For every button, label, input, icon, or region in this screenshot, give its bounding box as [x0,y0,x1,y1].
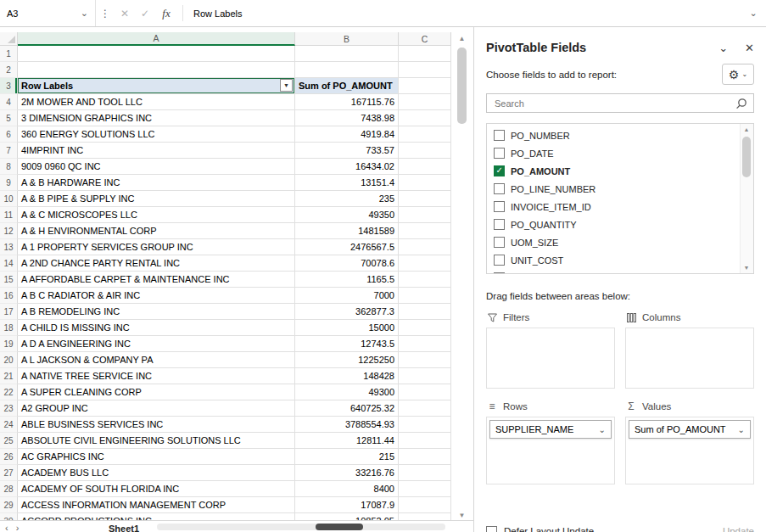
name-box[interactable]: A3 ⌄ [0,0,96,26]
field-checkbox[interactable] [494,165,505,176]
cell-col-b[interactable]: 1225250 [295,352,399,368]
cell-col-c[interactable] [399,352,451,368]
row-header[interactable]: 21 [0,368,18,384]
row-header[interactable]: 14 [0,255,18,272]
row-header[interactable]: 5 [0,110,18,126]
cell-col-b[interactable]: 2476567.5 [295,239,399,255]
row-header[interactable]: 3 [0,78,18,94]
row-header[interactable]: 23 [0,400,18,417]
cell-col-b[interactable]: 167115.76 [295,94,399,110]
chevron-down-icon[interactable]: ⌄ [81,8,88,19]
field-checkbox[interactable] [494,219,505,230]
cell-col-b[interactable]: 733.57 [295,143,399,159]
cell-col-a[interactable]: A & B PIPE & SUPPLY INC [18,191,295,207]
scroll-down-icon[interactable] [456,509,468,521]
sheet-tab-sheet1[interactable]: Sheet1 [100,522,148,532]
cell-col-c[interactable] [399,175,451,191]
chevron-down-icon[interactable] [599,424,606,434]
formula-input[interactable]: Row Labels [188,0,741,26]
chevron-down-icon[interactable]: ⌄ [718,42,728,54]
cell-col-a[interactable]: 2M MOWER AND TOOL LLC [18,94,295,110]
row-header[interactable]: 12 [0,223,18,239]
row-header[interactable]: 22 [0,384,18,400]
cell-col-a[interactable]: A B C RADIATOR & AIR INC [18,288,295,304]
row-header[interactable]: 8 [0,159,18,175]
cell-col-c[interactable] [399,433,451,449]
enter-icon[interactable]: ✓ [135,0,155,26]
row-header[interactable]: 24 [0,417,18,433]
row-header[interactable]: 2 [0,62,18,78]
field-list-options-button[interactable]: ⚙ ⌄ [722,64,754,85]
cell-col-a[interactable]: A D A ENGINEERING INC [18,336,295,352]
cell-col-c[interactable] [399,143,451,159]
cell-col-a[interactable]: A SUPER CLEANING CORP [18,384,295,400]
cell-col-b[interactable]: 12743.5 [295,336,399,352]
row-header[interactable]: 13 [0,239,18,255]
field-list-item[interactable]: INVOICE_ITEM_ID [487,198,753,216]
cell-col-a[interactable]: ACADEMY BUS LLC [18,465,295,481]
pivot-field-pill[interactable]: Sum of PO_AMOUNT [629,420,751,439]
row-header[interactable]: 1 [0,46,18,62]
row-header[interactable]: 20 [0,352,18,368]
cell-col-a[interactable]: ACADEMY OF SOUTH FLORIDA INC [18,481,295,497]
cell-col-c[interactable] [399,384,451,400]
row-header[interactable]: 25 [0,433,18,449]
cell-col-a[interactable]: A & B HARDWARE INC [18,175,295,191]
cell-col-c[interactable] [399,449,451,465]
scroll-up-icon[interactable] [456,32,468,44]
field-list-item[interactable]: UNIT_COST [487,251,753,269]
cell-col-c[interactable] [399,288,451,304]
cell-col-b[interactable]: 362877.3 [295,304,399,320]
cell-col-b[interactable]: 3788554.93 [295,417,399,433]
cell-col-c[interactable] [399,46,451,62]
field-list-item[interactable]: UOM_SIZE [487,233,753,251]
cell-col-a[interactable]: Row Labels [18,78,295,94]
close-icon[interactable]: ✕ [745,42,754,54]
cell-col-c[interactable] [399,336,451,352]
cell-col-a[interactable]: A 1 PROPERTY SERVICES GROUP INC [18,239,295,255]
cell-col-a[interactable]: A NATIVE TREE SERVICE INC [18,368,295,384]
cell-col-a[interactable]: 9009 0960 QC INC [18,159,295,175]
row-header[interactable]: 15 [0,272,18,288]
cell-col-a[interactable]: AC GRAPHICS INC [18,449,295,465]
field-list-item[interactable]: PO_DATE [487,144,753,162]
cell-col-b[interactable]: 15000 [295,320,399,336]
horizontal-scrollbar-track[interactable] [157,524,445,530]
field-checkbox[interactable] [494,130,505,141]
field-checkbox[interactable] [494,237,505,248]
field-list-item[interactable]: PO_NUMBER [487,126,753,144]
cell-col-c[interactable] [399,126,451,143]
field-list-item[interactable]: PHONE_AREA_INTL_CODE [487,269,753,274]
cell-col-a[interactable]: A AFFORDABLE CARPET & MAINTENANCE INC [18,272,295,288]
scroll-up-icon[interactable] [741,124,752,135]
horizontal-scrollbar-thumb[interactable] [316,524,363,530]
cell-col-a[interactable]: A & H ENVIRONMENTAL CORP [18,223,295,239]
cell-col-c[interactable] [399,110,451,126]
cell-col-b[interactable]: 49350 [295,207,399,223]
cell-col-b[interactable]: 148428 [295,368,399,384]
cell-col-c[interactable] [399,207,451,223]
cell-col-b[interactable]: 1165.5 [295,272,399,288]
field-list-scrollbar[interactable] [740,124,753,273]
cancel-icon[interactable]: ✕ [115,0,135,26]
column-header-c[interactable]: C [399,32,451,46]
cell-col-c[interactable] [399,223,451,239]
cell-col-b[interactable]: Sum of PO_AMOUNT [295,78,399,94]
insert-function-icon[interactable]: fx [155,0,177,26]
row-header[interactable]: 29 [0,497,18,513]
cell-col-a[interactable] [18,62,295,78]
cell-col-b[interactable]: 640725.32 [295,400,399,417]
cell-col-a[interactable]: A 2ND CHANCE PARTY RENTAL INC [18,255,295,272]
cell-col-a[interactable] [18,46,295,62]
cell-col-b[interactable] [295,62,399,78]
cell-col-c[interactable] [399,272,451,288]
cell-col-b[interactable]: 215 [295,449,399,465]
field-checkbox[interactable] [494,255,505,266]
cell-col-b[interactable]: 8400 [295,481,399,497]
pivot-field-pill[interactable]: SUPPLIER_NAME [489,420,612,439]
field-checkbox[interactable] [494,201,505,212]
scroll-down-icon[interactable] [741,262,752,273]
search-input[interactable] [493,98,735,109]
rows-drop-zone[interactable]: SUPPLIER_NAME [486,417,615,484]
cell-col-a[interactable]: 4IMPRINT INC [18,143,295,159]
